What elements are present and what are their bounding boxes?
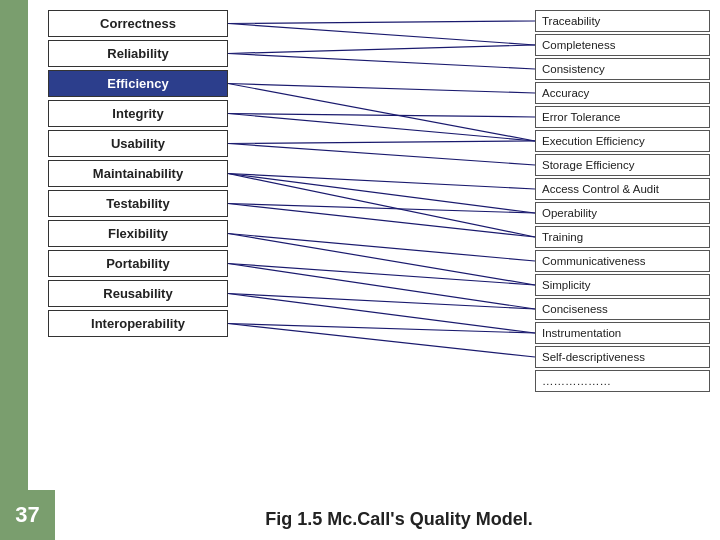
left-accent	[0, 0, 28, 540]
right-item: Operability	[535, 202, 710, 224]
left-column: CorrectnessReliabilityEfficiencyIntegrit…	[48, 10, 228, 337]
right-item: Accuracy	[535, 82, 710, 104]
svg-line-16	[228, 84, 535, 142]
left-item: Usability	[48, 130, 228, 157]
left-item: Testability	[48, 190, 228, 217]
main-content: CorrectnessReliabilityEfficiencyIntegrit…	[28, 0, 720, 540]
svg-line-3	[228, 84, 535, 94]
right-item: Completeness	[535, 34, 710, 56]
right-item: Consistency	[535, 58, 710, 80]
svg-line-17	[228, 141, 535, 144]
svg-line-18	[228, 174, 535, 238]
right-item: Communicativeness	[535, 250, 710, 272]
left-item: Reliability	[48, 40, 228, 67]
svg-line-22	[228, 324, 535, 334]
right-item: Error Tolerance	[535, 106, 710, 128]
svg-line-5	[228, 114, 535, 142]
right-item: Storage Efficiency	[535, 154, 710, 176]
svg-line-21	[228, 294, 535, 310]
left-item: Maintainability	[48, 160, 228, 187]
right-item: Execution Efficiency	[535, 130, 710, 152]
right-item: ………………	[535, 370, 710, 392]
svg-line-15	[228, 45, 535, 54]
svg-line-8	[228, 174, 535, 214]
svg-line-7	[228, 174, 535, 190]
left-item: Efficiency	[48, 70, 228, 97]
left-item: Reusability	[48, 280, 228, 307]
left-item: Portability	[48, 250, 228, 277]
svg-line-13	[228, 294, 535, 334]
slide-container: 37 CorrectnessReliabilityEfficiencyInteg…	[0, 0, 720, 540]
right-item: Self-descriptiveness	[535, 346, 710, 368]
right-item: Traceability	[535, 10, 710, 32]
right-item: Training	[535, 226, 710, 248]
left-item: Correctness	[48, 10, 228, 37]
right-column: TraceabilityCompletenessConsistencyAccur…	[535, 10, 710, 392]
svg-line-2	[228, 54, 535, 70]
svg-line-9	[228, 204, 535, 238]
right-item: Simplicity	[535, 274, 710, 296]
svg-line-6	[228, 144, 535, 166]
left-item: Interoperability	[48, 310, 228, 337]
svg-line-0	[228, 21, 535, 24]
right-item: Conciseness	[535, 298, 710, 320]
right-item: Access Control & Audit	[535, 178, 710, 200]
svg-line-14	[228, 324, 535, 358]
svg-line-12	[228, 264, 535, 310]
svg-line-4	[228, 114, 535, 118]
right-item: Instrumentation	[535, 322, 710, 344]
svg-line-1	[228, 24, 535, 46]
diagram-area: CorrectnessReliabilityEfficiencyIntegrit…	[38, 5, 715, 490]
caption-text: Fig 1.5 Mc.Call's Quality Model.	[265, 509, 532, 529]
slide-number: 37	[0, 490, 55, 540]
svg-line-19	[228, 204, 535, 214]
svg-line-10	[228, 234, 535, 262]
svg-line-20	[228, 234, 535, 286]
left-item: Integrity	[48, 100, 228, 127]
left-item: Flexibility	[48, 220, 228, 247]
svg-line-11	[228, 264, 535, 286]
caption: Fig 1.5 Mc.Call's Quality Model.	[88, 509, 710, 530]
